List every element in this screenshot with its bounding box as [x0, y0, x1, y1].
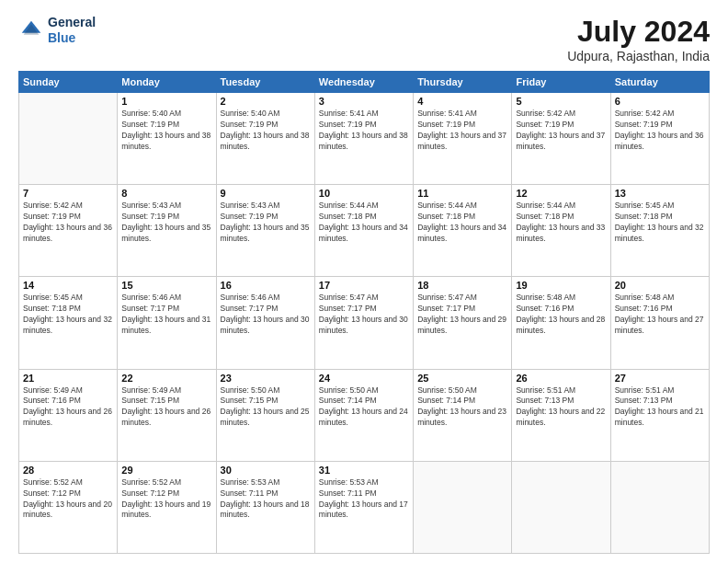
cell-info: Sunrise: 5:53 AM Sunset: 7:11 PM Dayligh…	[221, 477, 311, 522]
day-number: 23	[221, 373, 311, 384]
calendar-cell: 4Sunrise: 5:41 AM Sunset: 7:19 PM Daylig…	[414, 93, 512, 185]
day-number: 10	[319, 188, 409, 199]
col-wednesday: Wednesday	[314, 72, 413, 93]
day-number: 25	[417, 373, 507, 384]
logo-icon	[18, 17, 44, 43]
main-title: July 2024	[567, 15, 710, 49]
calendar-cell: 11Sunrise: 5:44 AM Sunset: 7:18 PM Dayli…	[414, 185, 512, 277]
cell-info: Sunrise: 5:49 AM Sunset: 7:15 PM Dayligh…	[121, 385, 211, 430]
col-tuesday: Tuesday	[216, 72, 314, 93]
cell-info: Sunrise: 5:49 AM Sunset: 7:16 PM Dayligh…	[23, 385, 113, 430]
logo-line1: General	[48, 15, 96, 30]
week-row-1: 1Sunrise: 5:40 AM Sunset: 7:19 PM Daylig…	[19, 93, 710, 185]
day-number: 7	[23, 188, 113, 199]
cell-info: Sunrise: 5:40 AM Sunset: 7:19 PM Dayligh…	[221, 109, 311, 153]
calendar-cell: 24Sunrise: 5:50 AM Sunset: 7:14 PM Dayli…	[314, 369, 413, 461]
week-row-2: 7Sunrise: 5:42 AM Sunset: 7:19 PM Daylig…	[19, 185, 710, 277]
cell-info: Sunrise: 5:51 AM Sunset: 7:13 PM Dayligh…	[516, 385, 606, 430]
subtitle: Udpura, Rajasthan, India	[567, 49, 710, 63]
day-number: 29	[121, 465, 211, 476]
calendar-cell: 2Sunrise: 5:40 AM Sunset: 7:19 PM Daylig…	[216, 93, 314, 185]
day-number: 4	[417, 96, 507, 107]
calendar-cell: 13Sunrise: 5:45 AM Sunset: 7:18 PM Dayli…	[610, 185, 709, 277]
calendar-cell: 20Sunrise: 5:48 AM Sunset: 7:16 PM Dayli…	[610, 277, 709, 369]
logo-line2: Blue	[48, 30, 96, 46]
day-number: 26	[516, 373, 606, 384]
day-number: 18	[417, 280, 507, 291]
calendar-cell: 25Sunrise: 5:50 AM Sunset: 7:14 PM Dayli…	[414, 369, 512, 461]
calendar-cell: 19Sunrise: 5:48 AM Sunset: 7:16 PM Dayli…	[512, 277, 610, 369]
cell-info: Sunrise: 5:44 AM Sunset: 7:18 PM Dayligh…	[417, 201, 507, 245]
calendar-cell: 18Sunrise: 5:47 AM Sunset: 7:17 PM Dayli…	[414, 277, 512, 369]
calendar-cell: 17Sunrise: 5:47 AM Sunset: 7:17 PM Dayli…	[314, 277, 413, 369]
calendar-cell: 9Sunrise: 5:43 AM Sunset: 7:19 PM Daylig…	[216, 185, 314, 277]
calendar-cell: 31Sunrise: 5:53 AM Sunset: 7:11 PM Dayli…	[314, 461, 413, 553]
day-number: 21	[23, 373, 113, 384]
calendar-cell: 30Sunrise: 5:53 AM Sunset: 7:11 PM Dayli…	[216, 461, 314, 553]
cell-info: Sunrise: 5:50 AM Sunset: 7:14 PM Dayligh…	[417, 385, 507, 430]
cell-info: Sunrise: 5:45 AM Sunset: 7:18 PM Dayligh…	[23, 293, 113, 337]
calendar-cell: 15Sunrise: 5:46 AM Sunset: 7:17 PM Dayli…	[118, 277, 216, 369]
calendar-cell: 10Sunrise: 5:44 AM Sunset: 7:18 PM Dayli…	[314, 185, 413, 277]
day-number: 14	[23, 280, 113, 291]
cell-info: Sunrise: 5:52 AM Sunset: 7:12 PM Dayligh…	[121, 477, 211, 522]
calendar-cell: 1Sunrise: 5:40 AM Sunset: 7:19 PM Daylig…	[118, 93, 216, 185]
cell-info: Sunrise: 5:48 AM Sunset: 7:16 PM Dayligh…	[516, 293, 606, 337]
cell-info: Sunrise: 5:42 AM Sunset: 7:19 PM Dayligh…	[615, 109, 705, 153]
day-number: 6	[615, 96, 705, 107]
cell-info: Sunrise: 5:47 AM Sunset: 7:17 PM Dayligh…	[319, 293, 409, 337]
calendar-cell	[610, 461, 709, 553]
calendar-cell: 5Sunrise: 5:42 AM Sunset: 7:19 PM Daylig…	[512, 93, 610, 185]
calendar-cell: 12Sunrise: 5:44 AM Sunset: 7:18 PM Dayli…	[512, 185, 610, 277]
calendar-cell	[414, 461, 512, 553]
calendar-cell: 8Sunrise: 5:43 AM Sunset: 7:19 PM Daylig…	[118, 185, 216, 277]
day-number: 2	[221, 96, 311, 107]
col-saturday: Saturday	[610, 72, 709, 93]
calendar-header-row: Sunday Monday Tuesday Wednesday Thursday…	[19, 72, 710, 93]
day-number: 3	[319, 96, 409, 107]
cell-info: Sunrise: 5:51 AM Sunset: 7:13 PM Dayligh…	[615, 385, 705, 430]
cell-info: Sunrise: 5:47 AM Sunset: 7:17 PM Dayligh…	[417, 293, 507, 337]
calendar-cell: 7Sunrise: 5:42 AM Sunset: 7:19 PM Daylig…	[19, 185, 118, 277]
calendar-cell: 14Sunrise: 5:45 AM Sunset: 7:18 PM Dayli…	[19, 277, 118, 369]
day-number: 28	[23, 465, 113, 476]
cell-info: Sunrise: 5:48 AM Sunset: 7:16 PM Dayligh…	[615, 293, 705, 337]
day-number: 15	[121, 280, 211, 291]
cell-info: Sunrise: 5:41 AM Sunset: 7:19 PM Dayligh…	[319, 109, 409, 153]
week-row-3: 14Sunrise: 5:45 AM Sunset: 7:18 PM Dayli…	[19, 277, 710, 369]
calendar-cell	[19, 93, 118, 185]
col-sunday: Sunday	[19, 72, 118, 93]
day-number: 27	[615, 373, 705, 384]
page: General Blue July 2024 Udpura, Rajasthan…	[0, 0, 728, 563]
cell-info: Sunrise: 5:45 AM Sunset: 7:18 PM Dayligh…	[615, 201, 705, 245]
cell-info: Sunrise: 5:46 AM Sunset: 7:17 PM Dayligh…	[121, 293, 211, 337]
day-number: 20	[615, 280, 705, 291]
day-number: 13	[615, 188, 705, 199]
day-number: 9	[221, 188, 311, 199]
calendar-cell	[512, 461, 610, 553]
calendar-cell: 6Sunrise: 5:42 AM Sunset: 7:19 PM Daylig…	[610, 93, 709, 185]
cell-info: Sunrise: 5:44 AM Sunset: 7:18 PM Dayligh…	[319, 201, 409, 245]
col-friday: Friday	[512, 72, 610, 93]
logo: General Blue	[18, 15, 96, 46]
day-number: 31	[319, 465, 409, 476]
col-thursday: Thursday	[414, 72, 512, 93]
calendar-cell: 28Sunrise: 5:52 AM Sunset: 7:12 PM Dayli…	[19, 461, 118, 553]
day-number: 17	[319, 280, 409, 291]
cell-info: Sunrise: 5:42 AM Sunset: 7:19 PM Dayligh…	[23, 201, 113, 245]
day-number: 19	[516, 280, 606, 291]
day-number: 30	[221, 465, 311, 476]
cell-info: Sunrise: 5:43 AM Sunset: 7:19 PM Dayligh…	[221, 201, 311, 245]
cell-info: Sunrise: 5:52 AM Sunset: 7:12 PM Dayligh…	[23, 477, 113, 522]
day-number: 22	[121, 373, 211, 384]
day-number: 5	[516, 96, 606, 107]
calendar-cell: 23Sunrise: 5:50 AM Sunset: 7:15 PM Dayli…	[216, 369, 314, 461]
calendar-cell: 29Sunrise: 5:52 AM Sunset: 7:12 PM Dayli…	[118, 461, 216, 553]
week-row-4: 21Sunrise: 5:49 AM Sunset: 7:16 PM Dayli…	[19, 369, 710, 461]
day-number: 1	[121, 96, 211, 107]
cell-info: Sunrise: 5:43 AM Sunset: 7:19 PM Dayligh…	[121, 201, 211, 245]
title-block: July 2024 Udpura, Rajasthan, India	[567, 15, 710, 63]
calendar-cell: 21Sunrise: 5:49 AM Sunset: 7:16 PM Dayli…	[19, 369, 118, 461]
calendar-cell: 3Sunrise: 5:41 AM Sunset: 7:19 PM Daylig…	[314, 93, 413, 185]
header: General Blue July 2024 Udpura, Rajasthan…	[18, 15, 710, 63]
